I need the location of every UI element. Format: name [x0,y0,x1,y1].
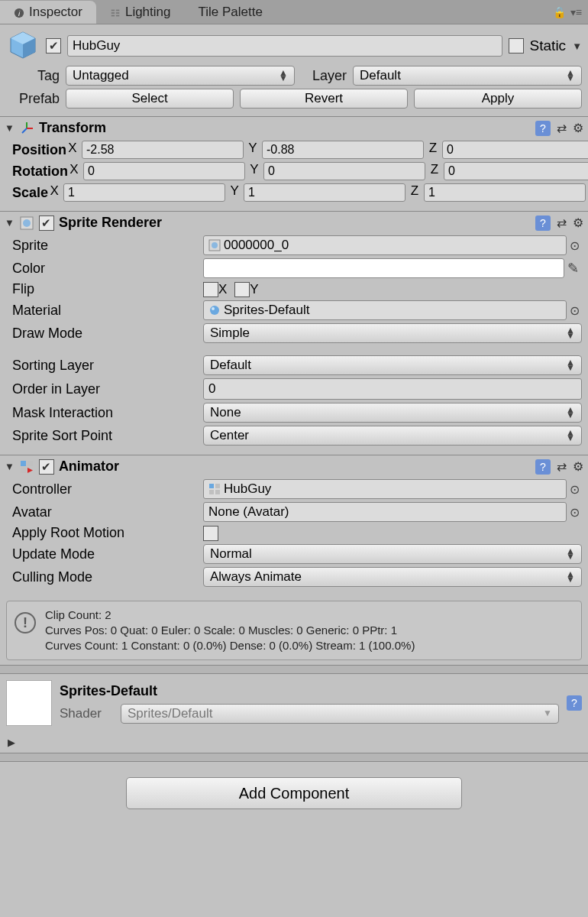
material-field[interactable]: Sprites-Default [203,300,567,320]
tab-inspector[interactable]: i Inspector [0,1,96,24]
flip-x-checkbox[interactable] [203,282,218,297]
drawmode-label: Draw Mode [6,326,203,342]
panel-menu-icon[interactable]: ▾≡ [570,6,582,18]
position-x[interactable] [82,141,244,159]
lighting-icon [110,7,121,18]
flip-y-checkbox[interactable] [234,282,250,297]
animator-icon [19,459,34,475]
gear-icon[interactable]: ⚙ [573,215,583,230]
controller-label: Controller [6,481,203,497]
order-input[interactable] [203,378,582,400]
cube-icon [6,29,40,63]
layer-dropdown[interactable]: Default▲▼ [353,66,582,86]
sortlayer-label: Sorting Layer [6,358,203,374]
color-label: Color [6,261,203,277]
eyedropper-icon[interactable]: ✎ [564,260,582,277]
rotation-y[interactable] [263,162,425,180]
sprite-renderer-header: ▼ Sprite Renderer ? ⇄ ⚙ [0,211,588,234]
rotation-z[interactable] [444,162,588,180]
object-picker-icon[interactable]: ⊙ [567,303,582,318]
fold-icon[interactable]: ▼ [5,122,15,134]
help-icon[interactable]: ? [535,215,551,231]
svg-point-17 [212,242,218,248]
fold-icon[interactable]: ▼ [5,461,15,472]
object-picker-icon[interactable]: ⊙ [567,482,582,497]
controller-field[interactable]: HubGuy [203,479,567,499]
preset-icon[interactable]: ⇄ [557,459,567,474]
active-checkbox[interactable] [46,38,61,53]
prefab-apply-button[interactable]: Apply [414,89,582,109]
shader-label: Shader [60,706,113,721]
scale-x[interactable] [63,183,225,202]
static-label: Static [530,37,567,54]
preset-icon[interactable]: ⇄ [557,121,567,135]
shader-dropdown[interactable]: Sprites/Default▼ [121,704,559,724]
position-z[interactable] [442,141,588,159]
object-picker-icon[interactable]: ⊙ [567,505,582,520]
cullingmode-dropdown[interactable]: Always Animate▲▼ [203,567,582,587]
prefab-select-button[interactable]: Select [66,89,234,109]
rootmotion-checkbox[interactable] [203,526,218,541]
sprite-label: Sprite [6,238,203,254]
controller-asset-icon [208,483,221,495]
mask-dropdown[interactable]: None▲▼ [203,403,582,423]
sprite-field[interactable]: 0000000_0 [203,235,567,255]
color-field[interactable] [203,258,564,278]
scale-y[interactable] [244,183,405,202]
component-title: Transform [39,120,106,136]
avatar-label: Avatar [6,504,203,520]
component-enabled-checkbox[interactable] [39,215,54,231]
rootmotion-label: Apply Root Motion [6,525,203,541]
static-checkbox[interactable] [509,38,524,53]
material-header: Sprites-Default Shader Sprites/Default▼ … [0,674,588,732]
svg-rect-5 [116,12,119,14]
updatemode-dropdown[interactable]: Normal▲▼ [203,544,582,564]
material-asset-icon [208,304,221,316]
svg-rect-3 [116,9,119,11]
svg-point-19 [212,307,215,310]
material-fold-icon[interactable]: ▶ [0,732,588,753]
fold-icon[interactable]: ▼ [5,217,15,228]
tag-dropdown[interactable]: Untagged▲▼ [66,66,295,86]
drawmode-dropdown[interactable]: Simple▲▼ [203,323,582,343]
svg-rect-20 [21,461,26,466]
help-icon[interactable]: ? [535,459,551,475]
svg-rect-24 [209,484,214,488]
sprite-renderer-icon [19,215,34,231]
updatemode-label: Update Mode [6,546,203,562]
animator-header: ▼ Animator ? ⇄ ⚙ [0,455,588,478]
sprite-asset-icon [208,239,221,251]
name-input[interactable] [67,35,502,57]
prefab-revert-button[interactable]: Revert [240,89,408,109]
tab-bar: i Inspector Lighting Tile Palette 🔒 ▾≡ [0,0,588,24]
scale-z[interactable] [424,183,586,202]
svg-rect-26 [209,490,214,494]
static-dropdown-icon[interactable]: ▼ [572,41,582,52]
component-enabled-checkbox[interactable] [39,459,54,475]
component-title: Sprite Renderer [59,215,162,231]
sortlayer-dropdown[interactable]: Default▲▼ [203,355,582,375]
gear-icon[interactable]: ⚙ [573,459,583,474]
rotation-x[interactable] [83,162,245,180]
gear-icon[interactable]: ⚙ [573,121,583,135]
tab-lighting[interactable]: Lighting [96,1,185,24]
position-y[interactable] [262,141,424,159]
add-component-button[interactable]: Add Component [126,777,462,809]
help-icon[interactable]: ? [535,121,551,136]
svg-rect-25 [215,484,220,488]
tab-tilepalette[interactable]: Tile Palette [185,1,276,24]
prefab-label: Prefab [6,91,60,107]
svg-rect-27 [215,490,220,494]
material-label: Material [6,303,203,319]
preset-icon[interactable]: ⇄ [557,215,567,230]
tag-label: Tag [6,68,60,84]
object-picker-icon[interactable]: ⊙ [567,238,582,253]
sortpoint-dropdown[interactable]: Center▲▼ [203,426,582,446]
avatar-field[interactable]: None (Avatar) [203,502,567,522]
svg-marker-23 [27,468,33,473]
lock-icon[interactable]: 🔒 [553,6,566,18]
animator-info-box: ! Clip Count: 2 Curves Pos: 0 Quat: 0 Eu… [6,601,582,660]
help-icon[interactable]: ? [567,695,582,711]
layer-label: Layer [301,68,347,84]
svg-rect-4 [111,12,115,14]
